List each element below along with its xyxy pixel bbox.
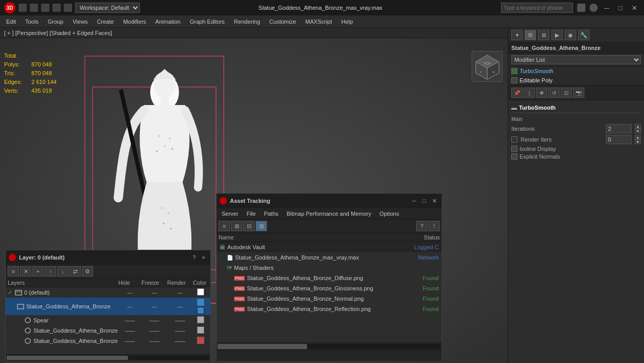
- ts-render-iters-checkbox[interactable]: [511, 136, 517, 143]
- layer-row-spear[interactable]: Spear —— —— ——: [6, 315, 210, 325]
- ap-menu-bitmap[interactable]: Bitmap Performance and Memory: [282, 210, 375, 218]
- ap-menu-server[interactable]: Server: [218, 210, 242, 218]
- maximize-btn[interactable]: □: [616, 4, 625, 12]
- ap-row-reflect[interactable]: PNG Statue_Goddess_Athena_Bronze_Reflect…: [217, 304, 442, 314]
- modifier-turbosmooth[interactable]: TurboSmooth: [508, 66, 644, 76]
- layer-row-statue2[interactable]: Statue_Goddess_Athena_Bronze —— —— ——: [6, 325, 210, 336]
- turbosmooth-panel: ▬ TurboSmooth Main Iterations ▲ ▼ Render…: [508, 100, 644, 165]
- mod-scale-btn[interactable]: ⊡: [561, 88, 572, 98]
- menu-edit[interactable]: Edit: [2, 18, 20, 26]
- ap-scrollbar[interactable]: [217, 342, 442, 350]
- ap-restore-btn[interactable]: □: [420, 198, 428, 204]
- ts-collapse-btn[interactable]: ▬: [511, 105, 517, 111]
- ts-render-spinner[interactable]: ▲ ▼: [635, 135, 641, 144]
- mod-move-btn[interactable]: ✥: [536, 88, 547, 98]
- minimize-btn[interactable]: ─: [602, 4, 612, 12]
- png-icon-normal: PNG: [234, 297, 245, 301]
- open-icon[interactable]: [30, 4, 38, 12]
- lp-scrollbar[interactable]: [6, 354, 210, 360]
- menu-help[interactable]: Help: [337, 18, 357, 26]
- lp-scroll-thumb[interactable]: [7, 356, 128, 360]
- menu-modifiers[interactable]: Modifiers: [119, 18, 150, 26]
- mod-checkbox-editablepoly[interactable]: [511, 77, 517, 83]
- layer-row-default[interactable]: ✓ 0 (default) — — —: [6, 287, 210, 298]
- lp-close-btn[interactable]: ×: [200, 254, 207, 261]
- ap-grid-btn[interactable]: ⊠: [256, 221, 267, 231]
- close-btn[interactable]: ✕: [629, 4, 640, 12]
- ts-explicit-checkbox[interactable]: [511, 153, 517, 160]
- lp-add-btn[interactable]: +: [32, 266, 44, 276]
- rp-modify-icon[interactable]: ⚙: [525, 30, 536, 40]
- ap-minimize-btn[interactable]: ─: [410, 198, 419, 204]
- ap-row-gloss[interactable]: PNG Statue_Goddess_Athena_Bronze_Glossin…: [217, 283, 442, 293]
- menu-group[interactable]: Group: [44, 18, 68, 26]
- lp-column-headers: Layers Hide Freeze Render Color: [6, 279, 210, 287]
- undo-icon[interactable]: [52, 4, 61, 12]
- ap-details-btn[interactable]: ⊞: [231, 221, 242, 231]
- lp-move-up-btn[interactable]: ↑: [45, 266, 56, 276]
- ap-scroll-bar[interactable]: [218, 344, 441, 349]
- layer-color-default[interactable]: [193, 288, 208, 297]
- layer-color-statue2[interactable]: [193, 326, 208, 335]
- rp-motion-icon[interactable]: ▶: [551, 30, 563, 40]
- ts-iterations-spinner-up[interactable]: ▲ ▼: [635, 124, 641, 133]
- lp-options-btn[interactable]: ⚙: [82, 266, 93, 276]
- ap-scroll-thumb[interactable]: [218, 344, 307, 349]
- ap-thumb-btn[interactable]: ⊟: [243, 221, 255, 231]
- menu-create[interactable]: Create: [93, 18, 118, 26]
- search-btn[interactable]: [577, 4, 585, 12]
- layer-color-swatch-default: [197, 288, 204, 296]
- mod-rotate-btn[interactable]: ↺: [548, 88, 560, 98]
- ap-close-btn[interactable]: ✕: [430, 198, 439, 204]
- ap-menu-paths[interactable]: Paths: [260, 210, 282, 218]
- menu-views[interactable]: Views: [68, 18, 92, 26]
- redo-icon[interactable]: [64, 4, 72, 12]
- layer-hide-default: —: [118, 290, 141, 296]
- lp-merge-btn[interactable]: ⇄: [69, 266, 81, 276]
- ap-help-btn[interactable]: ?: [416, 221, 427, 231]
- rp-hierarchy-icon[interactable]: ⊞: [538, 30, 549, 40]
- lp-delete-btn[interactable]: ✕: [20, 266, 31, 276]
- layer-color-statue[interactable]: [193, 299, 208, 314]
- menu-maxscript[interactable]: MAXScript: [301, 18, 336, 26]
- ts-render-iters-input[interactable]: [606, 135, 632, 144]
- rp-utilities-icon[interactable]: 🔧: [578, 30, 589, 40]
- lp-move-down-btn[interactable]: ↓: [57, 266, 68, 276]
- lp-scroll-bar[interactable]: [7, 356, 209, 360]
- menu-tools[interactable]: Tools: [21, 18, 43, 26]
- layer-row-statue[interactable]: Statue_Goddess_Athena_Bronze — — —: [6, 298, 210, 315]
- ap-menu-options[interactable]: Options: [375, 210, 403, 218]
- workspace-dropdown[interactable]: Workspace: Default: [75, 3, 140, 13]
- layer-row-statue3[interactable]: Statue_Goddess_Athena_Bronze —— —— ——: [6, 336, 210, 346]
- ap-row-vault[interactable]: 🏛 Autodesk Vault Logged C: [217, 242, 442, 252]
- ap-list-btn[interactable]: ≡: [219, 221, 230, 231]
- layer-color-spear[interactable]: [193, 316, 208, 324]
- mod-pin-btn[interactable]: 📌: [511, 88, 523, 98]
- lp-help-btn[interactable]: ?: [190, 254, 198, 261]
- menu-rendering[interactable]: Rendering: [230, 18, 264, 26]
- menu-customize[interactable]: Customize: [265, 18, 300, 26]
- save-icon[interactable]: [41, 4, 49, 12]
- menu-graph-editors[interactable]: Graph Editors: [186, 18, 229, 26]
- rp-create-icon[interactable]: ✦: [511, 30, 523, 40]
- ap-info-btn[interactable]: !: [428, 221, 440, 231]
- ap-row-maxfile[interactable]: 📄 Statue_Goddess_Athena_Bronze_max_vray.…: [217, 252, 442, 263]
- modifier-dropdown[interactable]: Modifier List: [511, 55, 641, 64]
- new-icon[interactable]: [19, 4, 27, 12]
- ap-row-diffuse[interactable]: PNG Statue_Goddess_Athena_Bronze_Diffuse…: [217, 273, 442, 283]
- ts-iterations-input[interactable]: [606, 124, 632, 133]
- rp-display-icon[interactable]: ◉: [565, 30, 576, 40]
- ts-isoline-checkbox[interactable]: [511, 146, 517, 152]
- layer-color-statue3[interactable]: [193, 337, 208, 345]
- ap-row-maps[interactable]: 🗺 Maps / Shaders: [217, 263, 442, 273]
- menu-animation[interactable]: Animation: [151, 18, 185, 26]
- mod-cursor-btn[interactable]: |: [524, 88, 535, 98]
- search-input[interactable]: [501, 3, 573, 13]
- modifier-editablepoly[interactable]: Editable Poly: [508, 76, 644, 85]
- mod-checkbox-turbosmooth[interactable]: [511, 68, 517, 74]
- help-btn[interactable]: [589, 4, 598, 12]
- ap-row-normal[interactable]: PNG Statue_Goddess_Athena_Bronze_Normal.…: [217, 293, 442, 304]
- mod-snapshot-btn[interactable]: 📷: [573, 88, 584, 98]
- ap-menu-file[interactable]: File: [242, 210, 260, 218]
- lp-select-all-btn[interactable]: ≡: [8, 266, 19, 276]
